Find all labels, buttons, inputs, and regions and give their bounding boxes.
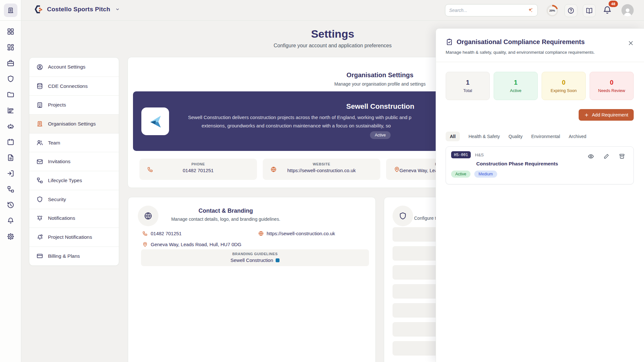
sidebar-folder-icon[interactable] <box>7 91 14 98</box>
icon-sidebar <box>0 0 21 362</box>
stat-expiring-soon: 0 Expiring Soon <box>542 72 586 100</box>
sidebar-dashboard-icon[interactable] <box>7 28 14 35</box>
compliance-stats: 1 Total 1 Active 0 Expiring Soon 0 Needs… <box>446 72 634 100</box>
usage-progress-ring[interactable]: 20% <box>546 5 558 16</box>
sidebar-document-icon[interactable] <box>7 154 14 162</box>
nav-item-billing-plans[interactable]: Billing & Plans <box>29 246 119 265</box>
sidebar-briefcase-icon[interactable] <box>7 59 14 67</box>
view-icon[interactable] <box>588 153 594 160</box>
sidebar-apps-icon[interactable] <box>7 43 14 51</box>
requirement-status-badge: Active <box>451 171 470 178</box>
sidebar-workflow-icon[interactable] <box>7 185 14 193</box>
clipboard-check-icon <box>446 38 453 46</box>
ai-sparkles-icon[interactable] <box>527 7 534 14</box>
sidebar-calendar-icon[interactable] <box>7 138 14 146</box>
usage-percent: 20% <box>548 6 557 15</box>
sidebar-shield-icon[interactable] <box>7 75 14 83</box>
nav-item-invitations[interactable]: Invitations <box>29 152 119 171</box>
nav-item-project-notifications[interactable]: Project Notifications <box>29 227 119 246</box>
requirement-title: Construction Phase Requirements <box>476 161 628 167</box>
tab-health-safety[interactable]: Health & Safety <box>469 134 500 139</box>
sidebar-bell-icon[interactable] <box>7 217 14 225</box>
top-header: Costello Sports Pitch 20% <box>21 0 644 21</box>
nav-item-lifecycle-types[interactable]: Lifecycle Types <box>29 171 119 190</box>
map-pin-icon <box>394 166 400 172</box>
help-button[interactable] <box>564 4 577 17</box>
nav-item-security[interactable]: Security <box>29 190 119 209</box>
sidebar-signin-icon[interactable] <box>7 170 14 177</box>
branding-label: BRANDING GUIDELINES <box>141 252 369 256</box>
costello-logo-icon <box>34 5 43 14</box>
branding-value: Sewell Construction <box>231 257 273 263</box>
user-avatar[interactable] <box>621 4 634 16</box>
requirement-code-badge: HS-001 <box>451 151 471 158</box>
requirement-priority-badge: Medium <box>474 171 497 178</box>
org-switcher[interactable]: Costello Sports Pitch <box>34 5 120 14</box>
brand-color-swatch <box>276 258 279 262</box>
compliance-tabs: All Health & Safety Quality Environmenta… <box>446 132 634 141</box>
contact-branding-card: Contact & Branding Manage contact detail… <box>128 197 376 362</box>
stat-active: 1 Active <box>494 72 538 100</box>
organisation-description-line2: extensions, groundworks and construction… <box>202 123 391 128</box>
nav-item-notifications[interactable]: Notifications <box>29 209 119 228</box>
add-requirement-button[interactable]: Add Requirement <box>579 109 634 121</box>
edit-icon[interactable] <box>603 153 610 160</box>
tab-environmental[interactable]: Environmental <box>531 134 560 139</box>
globe-icon <box>270 166 277 172</box>
branding-guidelines-box: BRANDING GUIDELINES Sewell Construction <box>141 249 369 266</box>
contact-website: https://sewell-construction.co.uk <box>267 231 335 236</box>
globe-circle-icon <box>138 206 158 226</box>
search-box[interactable] <box>445 4 538 16</box>
shield-circle-icon <box>393 206 413 226</box>
nav-item-team[interactable]: Team <box>29 133 119 152</box>
requirement-card[interactable]: HS-001 H&S Construction Phase Requiremen… <box>446 146 634 184</box>
sidebar-history-icon[interactable] <box>7 201 14 209</box>
tab-all[interactable]: All <box>446 132 460 141</box>
nav-item-organisation-settings[interactable]: Organisation Settings <box>29 114 119 133</box>
docs-button[interactable] <box>583 4 596 17</box>
chevron-down-icon <box>115 7 120 12</box>
tab-quality[interactable]: Quality <box>508 134 523 139</box>
org-name: Costello Sports Pitch <box>47 6 110 13</box>
tab-archived[interactable]: Archived <box>569 134 586 139</box>
stat-needs-review: 0 Needs Review <box>590 72 634 100</box>
sidebar-settings-icon[interactable] <box>7 233 14 240</box>
sidebar-top <box>0 0 21 21</box>
globe-icon <box>258 231 264 236</box>
stat-total: 1 Total <box>446 72 490 100</box>
sidebar-robot-icon[interactable] <box>7 122 14 130</box>
contact-card-subtitle: Manage contact details, logo, and brandi… <box>163 217 289 222</box>
website-tile: WEBSITE https://sewell-construction.co.u… <box>263 159 380 180</box>
contact-address: Geneva Way, Leads Road, Hull, HU7 0DG <box>151 242 242 247</box>
notification-count-badge: 48 <box>609 1 618 7</box>
security-card-subtitle: Configure th <box>414 216 439 221</box>
organisation-status-badge: Active <box>370 131 391 139</box>
nav-item-cde-connections[interactable]: CDE Connections <box>29 77 119 96</box>
archive-icon[interactable] <box>619 153 625 160</box>
close-icon[interactable] <box>628 40 634 46</box>
organisation-description-line1: Sewell Construction delivers constructio… <box>188 115 412 120</box>
nav-item-projects[interactable]: Projects <box>29 95 119 114</box>
requirement-category: H&S <box>475 153 484 157</box>
search-input[interactable] <box>449 8 527 13</box>
compliance-requirements-panel: Organisational Compliance Requirements M… <box>436 28 644 362</box>
map-pin-icon <box>142 242 148 247</box>
phone-icon <box>142 231 148 236</box>
notifications-bell-button[interactable] <box>603 6 612 15</box>
organisation-icon-button[interactable] <box>4 4 17 17</box>
phone-tile: PHONE 01482 701251 <box>139 159 257 180</box>
phone-icon <box>147 166 153 172</box>
contact-card-title: Contact & Branding <box>163 208 289 214</box>
sidebar-chart-icon[interactable] <box>7 107 14 114</box>
nav-item-account-settings[interactable]: Account Settings <box>29 58 119 77</box>
contact-phone: 01482 701251 <box>151 231 182 236</box>
panel-title: Organisational Compliance Requirements <box>457 38 585 46</box>
panel-subtitle: Manage health & safety, quality, and env… <box>446 50 633 55</box>
app-window: Costello Sports Pitch 20% <box>0 0 644 362</box>
settings-nav: Account Settings CDE Connections Project… <box>29 57 119 266</box>
